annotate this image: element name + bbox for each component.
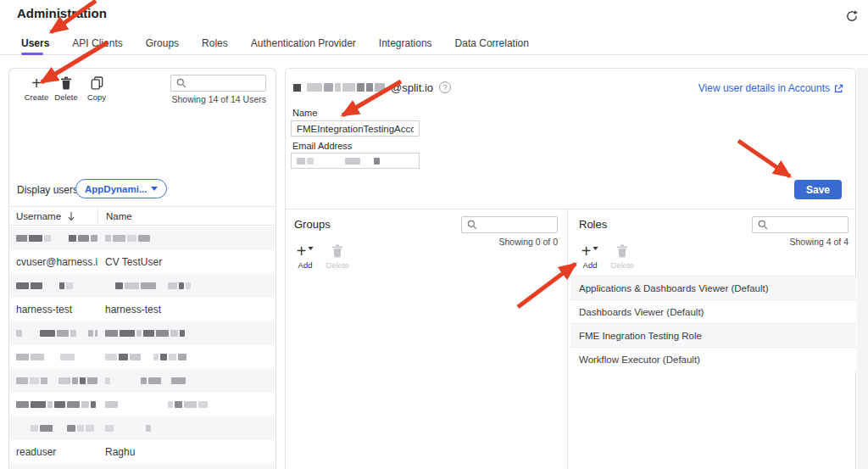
users-count-status: Showing 14 of 14 Users bbox=[172, 94, 266, 104]
cell-username bbox=[9, 354, 97, 360]
add-role-button[interactable]: + Add bbox=[575, 243, 605, 270]
user-email-header: @split.io ? bbox=[293, 80, 451, 95]
username-header-label: Username bbox=[16, 211, 61, 221]
role-list-item[interactable]: Workflow Executor (Default) bbox=[570, 347, 856, 371]
trash-icon bbox=[607, 243, 637, 258]
email-domain: @split.io bbox=[391, 81, 433, 94]
tab-label: Roles bbox=[202, 37, 228, 49]
copy-icon bbox=[81, 75, 112, 90]
tab-groups[interactable]: Groups bbox=[146, 32, 179, 54]
table-row[interactable] bbox=[9, 369, 275, 393]
tab-label: Data Correlation bbox=[455, 37, 529, 49]
redacted-email-local-part bbox=[307, 83, 385, 92]
cell-name: Raghu bbox=[97, 446, 275, 458]
delete-button-label: Delete bbox=[607, 260, 637, 270]
refresh-icon-glyph bbox=[845, 9, 859, 23]
page-gutter bbox=[857, 68, 868, 469]
avatar bbox=[293, 84, 301, 92]
add-button-label: Add bbox=[575, 260, 605, 270]
name-input[interactable] bbox=[291, 120, 420, 137]
name-header-label: Name bbox=[106, 211, 132, 221]
user-detail-panel: @split.io ? View user details in Account… bbox=[285, 68, 856, 469]
cell-username bbox=[9, 377, 97, 384]
delete-group-button[interactable]: Delete bbox=[322, 243, 353, 270]
cell-username bbox=[9, 330, 97, 337]
question-circle-icon[interactable]: ? bbox=[439, 81, 451, 93]
users-panel: + Create Delete Copy Showing 14 of 14 Us… bbox=[8, 68, 276, 469]
table-row[interactable] bbox=[9, 345, 275, 369]
create-user-button[interactable]: + Create bbox=[21, 75, 52, 102]
column-header-name[interactable]: Name bbox=[98, 211, 132, 221]
groups-count-status: Showing 0 of 0 bbox=[438, 237, 558, 247]
table-row[interactable] bbox=[9, 226, 275, 250]
groups-section-title: Groups bbox=[294, 218, 331, 231]
tab-label: API Clients bbox=[72, 37, 122, 49]
column-header-username[interactable]: Username bbox=[9, 211, 97, 221]
users-table-header: Username Name bbox=[9, 206, 275, 226]
copy-button-label: Copy bbox=[81, 92, 112, 102]
roles-search-input[interactable] bbox=[771, 220, 843, 230]
cell-username: readuser bbox=[9, 446, 97, 458]
roles-search-box bbox=[752, 216, 849, 233]
redacted-email-value bbox=[297, 158, 393, 165]
magnifier-icon bbox=[758, 220, 768, 230]
role-list-item[interactable]: Applications & Dashboards Viewer (Defaul… bbox=[570, 276, 856, 299]
tab-roles[interactable]: Roles bbox=[202, 32, 228, 54]
magnifier-icon bbox=[176, 78, 186, 88]
add-group-button[interactable]: + Add bbox=[290, 243, 320, 270]
users-search-box bbox=[170, 75, 266, 92]
create-button-label: Create bbox=[21, 92, 52, 102]
caret-down-icon bbox=[151, 187, 158, 191]
tab-data-correlation[interactable]: Data Correlation bbox=[455, 32, 529, 54]
tab-api-clients[interactable]: API Clients bbox=[72, 32, 122, 54]
table-row[interactable]: cvuser@harness.ioCV TestUser bbox=[9, 250, 275, 274]
table-row[interactable]: harness-testharness-test bbox=[9, 298, 275, 321]
delete-user-button[interactable]: Delete bbox=[51, 75, 81, 102]
table-row[interactable]: readuserRaghu bbox=[9, 440, 275, 464]
table-row[interactable] bbox=[9, 464, 275, 469]
sort-arrow-down-icon bbox=[67, 211, 75, 221]
tab-integrations[interactable]: Integrations bbox=[379, 32, 432, 54]
table-row[interactable] bbox=[9, 274, 275, 298]
email-field-label: Email Address bbox=[292, 141, 352, 151]
external-link-icon bbox=[834, 84, 843, 93]
display-users-from-dropdown[interactable]: AppDynami... bbox=[75, 179, 167, 198]
users-table-body: cvuser@harness.ioCV TestUserharness-test… bbox=[9, 226, 275, 469]
plus-caret-icon: + bbox=[575, 243, 605, 258]
cell-name: harness-test bbox=[97, 304, 275, 315]
trash-icon bbox=[51, 75, 81, 90]
cell-name bbox=[97, 354, 275, 360]
tab-label: Authentication Provider bbox=[251, 37, 356, 49]
plus-icon: + bbox=[21, 75, 52, 90]
role-list-item[interactable]: Dashboards Viewer (Default) bbox=[570, 299, 856, 323]
cell-name bbox=[97, 235, 275, 242]
trash-icon bbox=[322, 243, 353, 258]
name-field-label: Name bbox=[292, 108, 317, 118]
vertical-divider bbox=[567, 209, 568, 469]
save-button[interactable]: Save bbox=[794, 180, 842, 199]
table-row[interactable] bbox=[9, 321, 275, 345]
cell-name bbox=[97, 377, 275, 384]
tab-label: Groups bbox=[146, 37, 179, 49]
role-list-item[interactable]: FME Inegration Testing Role bbox=[570, 323, 856, 347]
tab-authentication-provider[interactable]: Authentication Provider bbox=[251, 32, 356, 54]
cell-username bbox=[9, 282, 97, 289]
copy-user-button[interactable]: Copy bbox=[81, 75, 112, 102]
tab-label: Integrations bbox=[379, 37, 432, 49]
active-tab-underline bbox=[21, 53, 43, 55]
delete-role-button[interactable]: Delete bbox=[607, 243, 637, 270]
email-input[interactable] bbox=[291, 153, 420, 169]
view-user-details-link[interactable]: View user details in Accounts bbox=[698, 82, 843, 94]
groups-search-input[interactable] bbox=[481, 220, 553, 230]
refresh-icon[interactable] bbox=[843, 8, 860, 25]
table-row[interactable] bbox=[9, 393, 275, 416]
view-link-label: View user details in Accounts bbox=[698, 82, 830, 94]
tab-users[interactable]: Users bbox=[21, 32, 49, 54]
roles-list: Applications & Dashboards Viewer (Defaul… bbox=[570, 276, 856, 371]
users-search-input[interactable] bbox=[190, 78, 261, 88]
cell-name bbox=[97, 282, 275, 289]
magnifier-icon bbox=[467, 220, 477, 230]
horizontal-divider bbox=[286, 209, 855, 209]
table-row[interactable] bbox=[9, 416, 275, 440]
cell-username bbox=[9, 401, 97, 408]
